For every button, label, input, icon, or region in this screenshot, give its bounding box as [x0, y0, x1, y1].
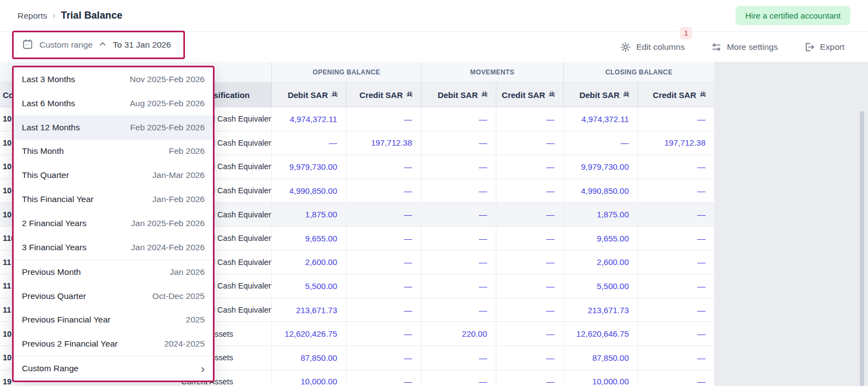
- closing-credit-cell: —: [638, 227, 714, 250]
- movements-debit-cell: —: [421, 227, 496, 250]
- trial-balance-page: Reports › Trial Balance Hire a certified…: [0, 0, 868, 386]
- closing-credit-cell: —: [638, 274, 714, 298]
- menu-item-last-6-months[interactable]: Last 6 Months Aug 2025-Feb 2026: [14, 91, 213, 116]
- saudi-riyal-icon: [623, 90, 630, 100]
- menu-item-2-financial-years[interactable]: 2 Financial Years Jan 2025-Feb 2026: [14, 211, 213, 235]
- breadcrumb-chevron-icon: ›: [53, 10, 55, 20]
- closing-credit-cell: —: [638, 346, 714, 370]
- saudi-riyal-icon: [331, 90, 338, 100]
- movements-debit-cell: —: [421, 131, 496, 155]
- opening-credit-cell: —: [346, 322, 421, 345]
- column-header-opening-credit[interactable]: Credit SAR: [346, 83, 421, 107]
- menu-item-previous-quarter[interactable]: Previous Quarter Oct-Dec 2025: [14, 284, 213, 308]
- movements-credit-cell: —: [496, 370, 564, 386]
- opening-debit-cell: 4,974,372.11: [272, 107, 346, 131]
- closing-credit-cell: —: [638, 370, 714, 386]
- opening-debit-cell: 9,979,730.00: [272, 155, 346, 178]
- hire-accountant-button[interactable]: Hire a certified accountant: [736, 6, 850, 25]
- opening-debit-cell: —: [272, 131, 346, 155]
- opening-credit-cell: —: [346, 298, 421, 322]
- menu-item-previous-month[interactable]: Previous Month Jan 2026: [14, 260, 213, 284]
- export-button[interactable]: Export: [804, 42, 844, 53]
- closing-debit-cell: 4,974,372.11: [564, 107, 638, 131]
- edit-columns-badge: 1: [680, 27, 692, 39]
- column-header-closing-debit[interactable]: Debit SAR: [564, 83, 638, 107]
- movements-credit-cell: —: [496, 251, 564, 274]
- movements-debit-cell: —: [421, 370, 496, 386]
- breadcrumb: Reports › Trial Balance: [18, 10, 123, 21]
- movements-credit-cell: —: [496, 179, 564, 203]
- breadcrumb-reports-link[interactable]: Reports: [18, 11, 47, 21]
- menu-item-last-12-months[interactable]: Last 12 Months Feb 2025-Feb 2026: [14, 116, 213, 140]
- closing-credit-cell: —: [638, 203, 714, 226]
- closing-debit-cell: —: [564, 131, 638, 155]
- closing-credit-cell: 197,712.38: [638, 131, 714, 155]
- movements-debit-cell: —: [421, 155, 496, 178]
- closing-credit-cell: —: [638, 107, 714, 131]
- menu-item-previous-2-financial-year[interactable]: Previous 2 Financial Year 2024-2025: [14, 332, 213, 356]
- movements-credit-cell: —: [496, 274, 564, 298]
- closing-credit-cell: —: [638, 251, 714, 274]
- opening-debit-cell: 12,620,426.75: [272, 322, 346, 345]
- date-range-selected-label: Custom range: [39, 40, 92, 50]
- closing-debit-cell: 87,850.00: [564, 346, 638, 370]
- opening-credit-cell: —: [346, 227, 421, 250]
- opening-credit-cell: —: [346, 251, 421, 274]
- column-header-movements-credit[interactable]: Credit SAR: [496, 83, 564, 107]
- closing-debit-cell: 2,600.00: [564, 251, 638, 274]
- movements-debit-cell: —: [421, 346, 496, 370]
- movements-credit-cell: —: [496, 346, 564, 370]
- movements-debit-cell: —: [421, 251, 496, 274]
- opening-debit-cell: 87,850.00: [272, 346, 346, 370]
- closing-credit-cell: —: [638, 298, 714, 322]
- page-title: Trial Balance: [61, 10, 122, 21]
- movements-debit-cell: 220.00: [421, 322, 496, 345]
- closing-debit-cell: 12,620,646.75: [564, 322, 638, 345]
- movements-credit-cell: —: [496, 131, 564, 155]
- empty-side-panel: [714, 62, 868, 386]
- column-header-closing-credit[interactable]: Credit SAR: [638, 83, 714, 107]
- chevron-up-icon: [99, 40, 107, 50]
- more-settings-label: More settings: [727, 42, 778, 52]
- menu-item-this-quarter[interactable]: This Quarter Jan-Mar 2026: [14, 163, 213, 187]
- movements-credit-cell: —: [496, 155, 564, 178]
- closing-debit-cell: 5,500.00: [564, 274, 638, 298]
- opening-debit-cell: 9,655.00: [272, 227, 346, 250]
- closing-debit-cell: 9,655.00: [564, 227, 638, 250]
- menu-item-this-month[interactable]: This Month Feb 2026: [14, 140, 213, 164]
- menu-item-3-financial-years[interactable]: 3 Financial Years Jan 2024-Feb 2026: [14, 235, 213, 260]
- opening-debit-cell: 5,500.00: [272, 274, 346, 298]
- movements-debit-cell: —: [421, 274, 496, 298]
- column-header-movements-debit[interactable]: Debit SAR: [421, 83, 496, 107]
- date-range-to-label: To 31 Jan 2026: [113, 40, 171, 50]
- opening-credit-cell: —: [346, 203, 421, 226]
- closing-credit-cell: —: [638, 179, 714, 203]
- date-range-dropdown: Last 3 Months Nov 2025-Feb 2026 Last 6 M…: [12, 66, 215, 382]
- saudi-riyal-icon: [699, 90, 707, 100]
- export-label: Export: [820, 42, 844, 52]
- movements-credit-cell: —: [496, 322, 564, 345]
- menu-item-last-3-months[interactable]: Last 3 Months Nov 2025-Feb 2026: [14, 67, 213, 91]
- column-header-opening-debit[interactable]: Debit SAR: [272, 83, 346, 107]
- saudi-riyal-icon: [481, 90, 488, 100]
- closing-debit-cell: 9,979,730.00: [564, 155, 638, 178]
- date-range-filter[interactable]: Custom range To 31 Jan 2026: [12, 31, 185, 59]
- movements-debit-cell: —: [421, 107, 496, 131]
- menu-item-custom-range[interactable]: Custom Range ›: [14, 356, 213, 381]
- menu-item-this-financial-year[interactable]: This Financial Year Jan-Feb 2026: [14, 187, 213, 211]
- more-settings-button[interactable]: More settings: [711, 42, 778, 53]
- closing-debit-cell: 10,000.00: [564, 370, 638, 386]
- opening-credit-cell: —: [346, 179, 421, 203]
- edit-columns-button[interactable]: Edit columns 1: [620, 42, 685, 53]
- closing-credit-cell: —: [638, 155, 714, 178]
- opening-debit-cell: 10,000.00: [272, 370, 346, 386]
- opening-debit-cell: 4,990,850.00: [272, 179, 346, 203]
- movements-credit-cell: —: [496, 203, 564, 226]
- menu-item-previous-financial-year[interactable]: Previous Financial Year 2025: [14, 308, 213, 332]
- edit-columns-label: Edit columns: [636, 42, 685, 52]
- opening-credit-cell: —: [346, 370, 421, 386]
- movements-credit-cell: —: [496, 107, 564, 131]
- movements-debit-cell: —: [421, 203, 496, 226]
- vertical-scrollbar[interactable]: [860, 111, 864, 386]
- chevron-right-icon: ›: [201, 363, 205, 374]
